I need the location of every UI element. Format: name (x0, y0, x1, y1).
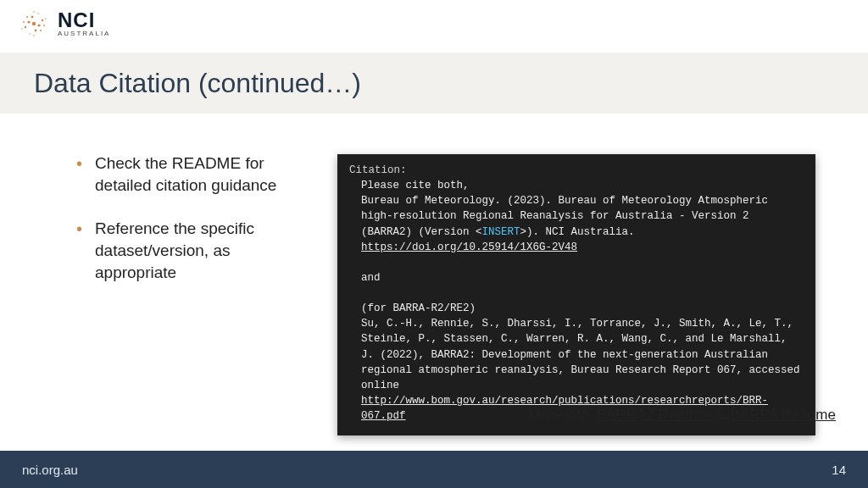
svg-point-7 (26, 16, 28, 18)
terminal-line: and (361, 270, 804, 286)
more-info: More info: BARRA2 Readme & BARPA Readme (528, 407, 836, 424)
svg-point-15 (37, 13, 38, 14)
svg-point-9 (23, 21, 25, 23)
citation-terminal: Citation: Please cite both, Bureau of Me… (337, 154, 815, 435)
svg-point-8 (40, 30, 42, 31)
bullet-item: Reference the specific dataset/version, … (76, 218, 301, 283)
svg-point-14 (45, 18, 46, 19)
slide-body: Check the README for detailed citation g… (0, 136, 868, 449)
link-barpa-readme[interactable]: BARPA Readme (731, 407, 836, 423)
slide: NCI AUSTRALIA Data Citation (continued…)… (0, 0, 868, 488)
footer-site: nci.org.au (22, 463, 78, 477)
svg-point-16 (29, 33, 30, 34)
logo-text-sub: AUSTRALIA (58, 30, 110, 37)
terminal-line: Bureau of Meteorology. (2023). Bureau of… (361, 193, 804, 255)
bullet-list: Check the README for detailed citation g… (76, 152, 301, 305)
insert-placeholder: INSERT (482, 226, 520, 238)
svg-point-0 (32, 22, 36, 25)
link-barra2-readme[interactable]: BARRA2 Readme (597, 407, 713, 423)
svg-point-4 (35, 30, 37, 32)
svg-point-12 (33, 35, 35, 36)
terminal-line: Please cite both, (361, 178, 804, 193)
footer-bar: nci.org.au 14 (0, 451, 868, 488)
logo-swirl-icon (17, 7, 51, 41)
doi-link[interactable]: https://doi.org/10.25914/1X6G-2V48 (361, 241, 577, 253)
slide-title: Data Citation (continued…) (34, 68, 361, 99)
svg-point-5 (25, 26, 26, 28)
svg-point-2 (37, 24, 40, 26)
svg-point-13 (21, 28, 22, 29)
svg-point-3 (31, 16, 34, 19)
svg-point-6 (42, 19, 43, 21)
svg-point-10 (43, 25, 45, 26)
bullet-item: Check the README for detailed citation g… (76, 152, 301, 196)
logo-text-main: NCI (58, 10, 110, 30)
terminal-line: (for BARRA-R2/RE2) (361, 301, 804, 316)
svg-point-11 (33, 11, 35, 13)
svg-point-1 (27, 20, 30, 23)
title-bar: Data Citation (continued…) (0, 53, 868, 114)
terminal-header: Citation: (349, 163, 804, 178)
page-number: 14 (832, 463, 846, 477)
nci-logo: NCI AUSTRALIA (17, 7, 110, 41)
